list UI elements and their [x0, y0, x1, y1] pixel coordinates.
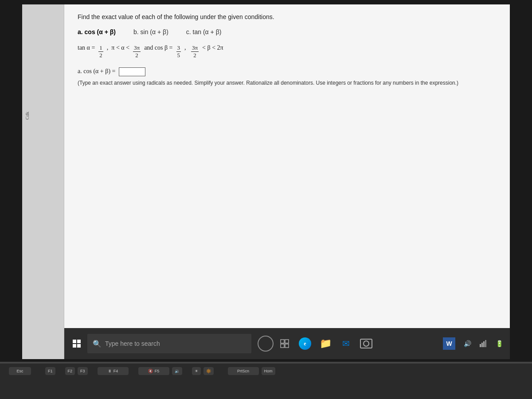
vol-down-icon: 🔉	[175, 369, 180, 373]
prtscn-key[interactable]: PrtScn	[228, 367, 259, 375]
word-button[interactable]: W	[441, 336, 457, 352]
cos-beta-numerator: 3	[176, 44, 181, 52]
screen-content: son.cnq.com/rep-y1/... Cdk Find the exac…	[22, 4, 510, 359]
keyboard-function-row: Esc F1 F2 F3 ⏸ F4 🔇 F5 🔉 ☀	[0, 364, 532, 375]
camera-button[interactable]	[358, 336, 374, 352]
battery-icon[interactable]: 🔋	[492, 336, 506, 352]
svg-rect-2	[281, 344, 284, 348]
pause-icon: ⏸	[108, 369, 112, 373]
grid-icon	[280, 339, 289, 348]
svg-rect-0	[281, 340, 284, 343]
answer-prompt: a. cos (α + β) =	[78, 68, 115, 74]
folder-icon: 📁	[320, 338, 332, 349]
svg-rect-3	[285, 344, 289, 348]
f2-key[interactable]: F2	[65, 367, 75, 375]
problem-title: Find the exact value of each of the foll…	[78, 13, 497, 20]
file-explorer-button[interactable]: 📁	[317, 336, 333, 352]
edge-icon: e	[299, 337, 311, 350]
brightness-icon: ☀	[195, 369, 198, 373]
f8-key[interactable]: 🔆	[203, 367, 214, 375]
tan-alpha-fraction: 1 2	[98, 44, 103, 59]
svg-rect-4	[480, 344, 481, 347]
f7-key[interactable]: ☀	[192, 367, 201, 375]
alpha-upper-denominator: 2	[134, 52, 139, 59]
laptop-body: son.cnq.com/rep-y1/... Cdk Find the exac…	[0, 0, 532, 399]
mail-icon: ✉	[342, 338, 350, 349]
tan-alpha-numerator: 1	[98, 44, 103, 52]
svg-rect-5	[481, 343, 483, 347]
instruction-text: (Type an exact answer using radicals as …	[78, 80, 497, 86]
screen-bezel: son.cnq.com/rep-y1/... Cdk Find the exac…	[0, 0, 532, 364]
beta-lower-numerator: 3π	[191, 44, 199, 52]
edge-browser-button[interactable]: e	[297, 336, 313, 352]
main-content-area: Find the exact value of each of the foll…	[64, 4, 510, 328]
keyboard-area: Esc F1 F2 F3 ⏸ F4 🔇 F5 🔉 ☀	[0, 364, 532, 399]
left-sidebar: Cdk	[22, 4, 64, 359]
svg-rect-1	[285, 340, 289, 343]
taskbar-search-box[interactable]: 🔍 Type here to search	[87, 334, 251, 353]
beta-lower-denominator: 2	[192, 52, 197, 59]
given-conditions: tan α = 1 2 , π < α < 3π 2 and cos β = 3…	[78, 44, 497, 59]
task-view-icon[interactable]	[277, 336, 293, 352]
sidebar-label: Cdk	[24, 112, 30, 120]
and-cos-label: and cos β =	[144, 44, 172, 51]
alpha-upper-fraction: 3π 2	[133, 44, 141, 59]
circle-button[interactable]	[258, 336, 274, 352]
taskbar: 🔍 Type here to search e	[64, 328, 510, 359]
part-b-label[interactable]: b. sin (α + β)	[133, 28, 168, 35]
network-icon[interactable]	[476, 336, 490, 352]
svg-rect-7	[485, 340, 486, 347]
cos-beta-fraction: 3 5	[176, 44, 181, 59]
tan-alpha-label: tan α =	[78, 44, 95, 51]
search-placeholder-text: Type here to search	[105, 340, 160, 347]
beta-constraint: ,	[184, 44, 188, 51]
search-icon: 🔍	[93, 340, 102, 348]
mail-button[interactable]: ✉	[338, 336, 354, 352]
start-button[interactable]	[68, 335, 86, 352]
beta-upper-label: < β < 2π	[202, 44, 223, 51]
answer-line: a. cos (α + β) =	[78, 67, 497, 76]
system-tray: W 🔊 🔋	[440, 336, 506, 352]
svg-rect-6	[483, 341, 485, 347]
answer-input-box[interactable]	[119, 67, 145, 76]
f1-key[interactable]: F1	[45, 367, 55, 375]
beta-lower-fraction: 3π 2	[191, 44, 199, 59]
f6-vol-down[interactable]: 🔉	[172, 367, 182, 375]
home-key[interactable]: Hom	[262, 367, 275, 375]
parts-row: a. cos (α + β) b. sin (α + β) c. tan (α …	[78, 28, 497, 35]
word-icon: W	[443, 337, 455, 350]
f3-key[interactable]: F3	[78, 367, 88, 375]
cos-beta-denominator: 5	[176, 52, 181, 59]
tan-alpha-denominator: 2	[98, 52, 103, 59]
alpha-constraint: , π < α <	[107, 44, 129, 51]
part-c-label[interactable]: c. tan (α + β)	[186, 28, 222, 35]
camera-icon	[360, 339, 372, 348]
f5-key[interactable]: 🔇 F5	[138, 367, 169, 375]
brightness-up-icon: 🔆	[206, 369, 211, 373]
alpha-upper-numerator: 3π	[133, 44, 141, 52]
speaker-icon[interactable]: 🔊	[460, 336, 474, 352]
windows-logo-icon	[73, 340, 81, 348]
mute-icon: 🔇	[148, 369, 153, 373]
esc-key[interactable]: Esc	[9, 367, 31, 375]
part-a-label[interactable]: a. cos (α + β)	[78, 28, 116, 35]
f4-key[interactable]: ⏸ F4	[98, 367, 129, 375]
